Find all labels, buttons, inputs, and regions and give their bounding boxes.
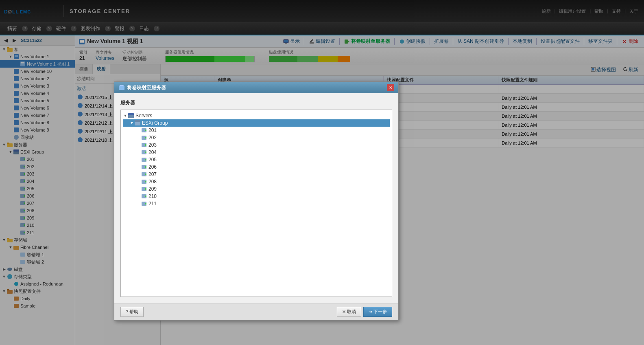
svg-point-101 (145, 188, 146, 190)
modal-tree-srv-208[interactable]: 208 (123, 178, 390, 185)
svg-point-93 (145, 159, 146, 160)
modal-tree-srv-204[interactable]: 204 (123, 149, 390, 156)
modal-title: 将卷映射至服务器 (127, 84, 166, 91)
modal-tree-srv-206[interactable]: 206 (123, 163, 390, 171)
modal-tree-srv-203[interactable]: 203 (123, 141, 390, 149)
modal-tree-esxi-group[interactable]: ▼ ESXi Group (123, 119, 390, 127)
modal-tree-srv-207[interactable]: 207 (123, 171, 390, 178)
modal-tree-srv-205[interactable]: 205 (123, 156, 390, 163)
server-icon (141, 178, 147, 185)
modal-close-btn[interactable]: ✕ (387, 84, 394, 91)
modal-title-icon (118, 85, 125, 90)
svg-point-91 (145, 152, 146, 153)
svg-marker-79 (119, 85, 124, 86)
svg-point-89 (145, 144, 146, 146)
modal-tree-esxi-label: ESXi Group (142, 120, 168, 126)
modal-tree-srv-202[interactable]: 202 (123, 134, 390, 141)
server-icon (141, 142, 147, 148)
server-icon (141, 200, 147, 207)
modal-help-btn[interactable]: ? 帮助 (120, 307, 144, 317)
esxi-group-icon (134, 120, 141, 126)
modal-body: 服务器 ▼ Servers ▼ ESXi Group (114, 93, 398, 303)
expand-icon: ▼ (129, 121, 134, 125)
modal-tree-srv-209[interactable]: 209 (123, 185, 390, 193)
server-tree-box[interactable]: ▼ Servers ▼ ESXi Group (120, 110, 392, 297)
svg-point-97 (145, 174, 146, 175)
server-icon (141, 127, 147, 134)
modal-next-btn[interactable]: ➔ 下一步 (363, 307, 392, 317)
svg-rect-81 (128, 113, 134, 115)
server-section-label: 服务器 (120, 99, 392, 106)
modal-overlay: 将卷映射至服务器 ✕ 服务器 ▼ Servers ▼ (0, 0, 644, 345)
servers-icon (128, 112, 134, 119)
modal-footer: ? 帮助 ✕ 取消 ➔ 下一步 (114, 303, 398, 320)
modal-tree-servers-label: Servers (135, 113, 152, 119)
modal-tree-servers[interactable]: ▼ Servers (123, 112, 390, 119)
modal-tree-srv-210[interactable]: 210 (123, 193, 390, 200)
svg-point-105 (145, 203, 146, 204)
svg-point-95 (145, 166, 146, 168)
server-icon (141, 156, 147, 163)
svg-point-99 (145, 181, 146, 182)
server-icon (141, 149, 147, 156)
server-icon (141, 134, 147, 141)
modal-titlebar: 将卷映射至服务器 ✕ (114, 82, 398, 93)
expand-icon: ▼ (123, 113, 128, 118)
map-to-server-dialog: 将卷映射至服务器 ✕ 服务器 ▼ Servers ▼ (114, 81, 399, 321)
server-icon (141, 186, 147, 192)
svg-rect-78 (119, 86, 124, 90)
svg-rect-83 (135, 120, 140, 122)
server-icon (141, 193, 147, 200)
modal-cancel-btn[interactable]: ✕ 取消 (337, 307, 361, 317)
svg-point-87 (145, 137, 146, 138)
server-icon (141, 171, 147, 178)
modal-tree-srv-201[interactable]: 201 (123, 127, 390, 134)
svg-point-103 (145, 196, 146, 197)
modal-tree-srv-211[interactable]: 211 (123, 200, 390, 207)
server-icon (141, 164, 147, 170)
svg-point-85 (145, 130, 146, 131)
